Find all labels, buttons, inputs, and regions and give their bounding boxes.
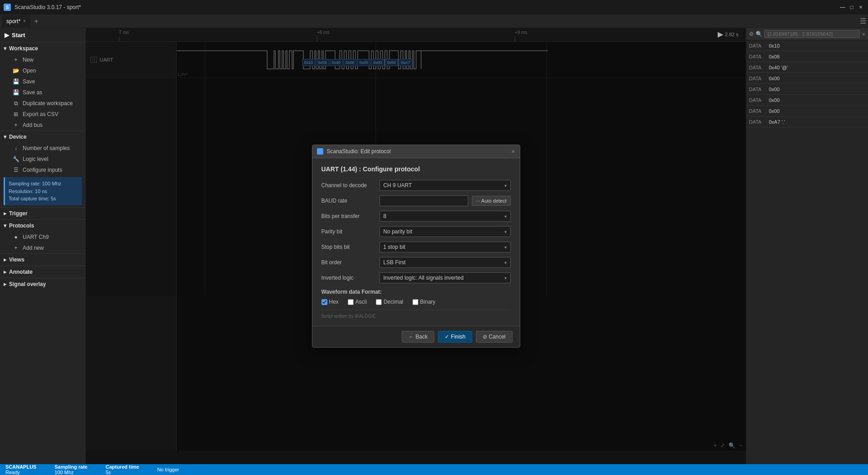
invertedlogic-field-label: Inverted logic bbox=[321, 275, 376, 281]
bits-dropdown[interactable]: 8 ▾ bbox=[379, 211, 511, 222]
bits-row: Bits per transfer 8 ▾ bbox=[321, 211, 511, 222]
result-row-4[interactable]: DATA 0x00 bbox=[746, 84, 868, 95]
result-value-5: 0x00 bbox=[769, 97, 780, 103]
duplicate-label: Duplicate workspace bbox=[23, 100, 73, 107]
status-trigger-value: No trigger bbox=[157, 467, 179, 472]
start-label: Start bbox=[12, 32, 25, 39]
annotate-label: Annotate bbox=[9, 269, 33, 275]
maximize-button[interactable]: □ bbox=[848, 4, 855, 11]
sidebar-item-open[interactable]: 📂 Open bbox=[0, 65, 86, 76]
trigger-section[interactable]: ▸ Trigger bbox=[0, 207, 86, 219]
result-row-3[interactable]: DATA 0x00 bbox=[746, 73, 868, 84]
tab-label: sport* bbox=[6, 18, 20, 24]
workspace-section[interactable]: ▾ Workspace bbox=[0, 42, 86, 54]
channel-field-label: Channel to decode bbox=[321, 182, 376, 189]
sidebar-item-save[interactable]: 💾 Save bbox=[0, 76, 86, 87]
invertedlogic-dropdown[interactable]: Inverted logic: All signals inverted ▾ bbox=[379, 272, 511, 283]
format-decimal-checkbox[interactable] bbox=[376, 299, 382, 305]
annotate-section[interactable]: ▸ Annotate bbox=[0, 266, 86, 278]
channel-dropdown[interactable]: CH 9 UART ▾ bbox=[379, 180, 511, 191]
sidebar-item-uart[interactable]: ● UART Ch9 bbox=[0, 232, 86, 242]
views-section[interactable]: ▸ Views bbox=[0, 253, 86, 266]
script-credit-text: Script written by IKALOGIC bbox=[321, 310, 511, 319]
sidebar-item-addprotocol[interactable]: + Add new bbox=[0, 242, 86, 253]
tabbar-right: ☰ bbox=[860, 17, 866, 25]
titlebar: S ScanaStudio 3.0.17 - sport* — □ × bbox=[0, 0, 868, 15]
result-row-6[interactable]: DATA 0x00 bbox=[746, 106, 868, 116]
saveas-label: Save as bbox=[23, 89, 42, 96]
finish-button[interactable]: ✓ Finish bbox=[438, 331, 472, 343]
sidebar: ▶ Start ▾ Workspace + New 📂 Open 💾 Save … bbox=[0, 28, 86, 464]
new-tab-button[interactable]: + bbox=[31, 16, 41, 26]
sidebar-item-saveas[interactable]: 💾 Save as bbox=[0, 87, 86, 98]
content-area: 7 ms +8 ms +9 ms ▶ 2.82 s □ bbox=[86, 28, 746, 464]
format-ascii-option[interactable]: Ascii bbox=[348, 299, 367, 305]
results-list: DATA 0x10 DATA 0x08 DATA 0x40 '@' DATA 0… bbox=[746, 40, 868, 127]
cancel-button[interactable]: ⊘ Cancel bbox=[476, 331, 513, 343]
format-binary-checkbox[interactable] bbox=[412, 299, 418, 305]
sidebar-item-addbus[interactable]: + Add bus bbox=[0, 120, 86, 131]
stopbits-field-label: Stop bits bit bbox=[321, 244, 376, 250]
bits-value: 8 bbox=[384, 213, 387, 219]
stopbits-row: Stop bits bit 1 stop bit ▾ bbox=[321, 242, 511, 252]
close-button[interactable]: × bbox=[857, 4, 864, 11]
addprotocol-label: Add new bbox=[23, 245, 44, 251]
baud-row: BAUD rate 57600 ··· Auto detect bbox=[321, 195, 511, 206]
start-play-icon: ▶ bbox=[5, 32, 9, 39]
minimize-button[interactable]: — bbox=[839, 4, 846, 11]
uart-label: UART Ch9 bbox=[23, 234, 49, 240]
result-type-1: DATA bbox=[749, 54, 765, 59]
addbus-icon: + bbox=[13, 122, 19, 128]
auto-detect-button[interactable]: ··· Auto detect bbox=[472, 196, 510, 206]
sidebar-item-logiclevel[interactable]: 🔧 Logic level bbox=[0, 154, 86, 165]
addprotocol-icon: + bbox=[13, 245, 19, 251]
start-button[interactable]: ▶ Start bbox=[0, 28, 86, 42]
dialog-app-icon bbox=[317, 148, 323, 155]
result-row-1[interactable]: DATA 0x08 bbox=[746, 51, 868, 62]
signal-overlay-section[interactable]: ▸ Signal overlay bbox=[0, 278, 86, 290]
exportcsv-label: Export as CSV bbox=[23, 111, 58, 117]
result-row-7[interactable]: DATA 0xA7 '.' bbox=[746, 116, 868, 127]
channel-chevron-icon: ▾ bbox=[504, 183, 507, 188]
tab-sport[interactable]: sport* × bbox=[2, 15, 30, 27]
menu-icon[interactable]: ☰ bbox=[860, 17, 866, 25]
bits-chevron-icon: ▾ bbox=[504, 214, 507, 219]
baud-value-input[interactable]: 57600 bbox=[384, 198, 465, 204]
format-ascii-checkbox[interactable] bbox=[348, 299, 354, 305]
parity-field-label: Parity bit bbox=[321, 228, 376, 235]
sidebar-item-configureinputs[interactable]: ☰ Configure inputs bbox=[0, 165, 86, 175]
sidebar-item-new[interactable]: + New bbox=[0, 54, 86, 65]
waveform-format-label: Waveform data Format: bbox=[321, 289, 511, 295]
bitorder-dropdown[interactable]: LSB First ▾ bbox=[379, 257, 511, 268]
save-label: Save bbox=[23, 78, 35, 85]
dialog-close-button[interactable]: × bbox=[511, 148, 515, 155]
status-sampling: Sampling rate 100 Mhz bbox=[54, 464, 87, 475]
stopbits-dropdown[interactable]: 1 stop bit ▾ bbox=[379, 242, 511, 252]
result-row-0[interactable]: DATA 0x10 bbox=[746, 40, 868, 51]
results-gear-icon[interactable]: ⚙ bbox=[749, 31, 754, 37]
saveas-icon: 💾 bbox=[13, 89, 19, 96]
baud-input[interactable]: 57600 bbox=[379, 195, 469, 206]
results-close-button[interactable]: × bbox=[862, 31, 865, 38]
parity-dropdown[interactable]: No parity bit ▾ bbox=[379, 226, 511, 237]
logiclevel-icon: 🔧 bbox=[13, 156, 19, 162]
protocols-section[interactable]: ▾ Protocols bbox=[0, 219, 86, 232]
sidebar-item-numsamples[interactable]: ↓ Number of samples bbox=[0, 143, 86, 154]
tab-close-button[interactable]: × bbox=[23, 19, 26, 24]
format-hex-checkbox[interactable] bbox=[321, 299, 327, 305]
waveform-area[interactable]: 7 ms +8 ms +9 ms ▶ 2.82 s □ bbox=[86, 28, 746, 464]
format-hex-option[interactable]: Hex bbox=[321, 299, 339, 305]
results-search-input[interactable] bbox=[764, 30, 860, 38]
sidebar-item-exportcsv[interactable]: ⊞ Export as CSV bbox=[0, 109, 86, 120]
window-controls[interactable]: — □ × bbox=[839, 4, 864, 11]
back-button[interactable]: ← Back bbox=[402, 331, 434, 343]
format-decimal-option[interactable]: Decimal bbox=[376, 299, 403, 305]
dialog-heading: UART (1.44) : Configure protocol bbox=[321, 165, 511, 173]
sidebar-item-duplicate[interactable]: ⧉ Duplicate workspace bbox=[0, 98, 86, 109]
tabbar: sport* × + ☰ bbox=[0, 15, 868, 28]
format-binary-option[interactable]: Binary bbox=[412, 299, 436, 305]
result-row-5[interactable]: DATA 0x00 bbox=[746, 95, 868, 106]
numsamples-label: Number of samples bbox=[23, 145, 70, 151]
result-row-2[interactable]: DATA 0x40 '@' bbox=[746, 62, 868, 73]
device-section[interactable]: ▾ Device bbox=[0, 131, 86, 143]
